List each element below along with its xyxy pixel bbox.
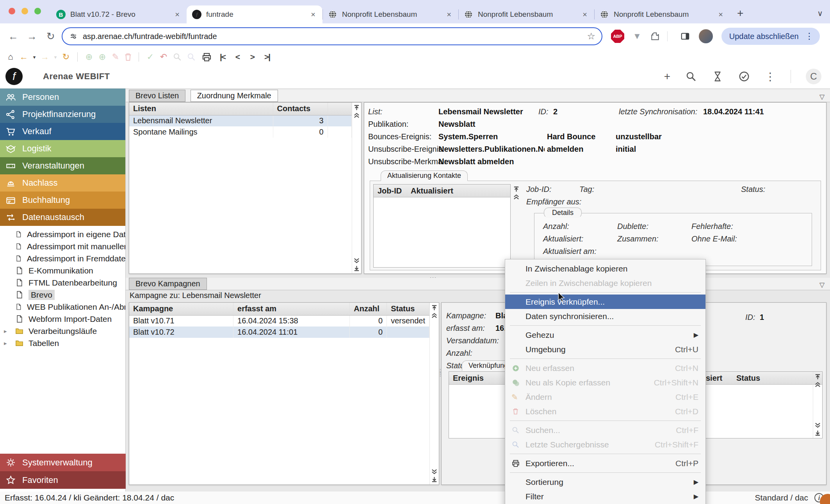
status-cell[interactable]: versendet — [387, 315, 429, 327]
address-bar[interactable]: asp.arenae.ch/funtrade-webift/funtrade ☆ — [62, 27, 602, 45]
menu-item-gehezu[interactable]: Gehezu ▶ — [505, 328, 705, 342]
previous-record-icon[interactable]: < — [231, 52, 244, 62]
sidebar-item-webform[interactable]: Webform Import-Daten — [0, 313, 125, 325]
menu-item-sortierung[interactable]: Sortierung ▶ — [505, 475, 705, 489]
table-row[interactable]: Spontane Mailings 0 — [129, 126, 352, 138]
app-reload-icon[interactable]: ↻ — [60, 52, 72, 62]
kebab-icon[interactable]: ⋮ — [765, 70, 776, 83]
site-settings-icon[interactable] — [69, 32, 78, 41]
column-header-jobid[interactable]: Job-ID — [374, 186, 411, 195]
column-header-aktualisiert-cut[interactable]: siert — [701, 374, 736, 383]
column-header-anzahl[interactable]: Anzahl — [350, 303, 387, 315]
menu-item-exportieren[interactable]: Exportieren... Ctrl+P — [505, 456, 705, 470]
extensions-puzzle-icon[interactable] — [650, 31, 660, 41]
column-header-ereignis[interactable]: Ereignis — [449, 374, 488, 383]
scroll-top-icon[interactable] — [353, 104, 360, 112]
print-icon[interactable] — [201, 52, 212, 62]
expand-triangle-icon[interactable]: ▸ — [4, 340, 10, 347]
close-tab-icon[interactable]: × — [581, 10, 589, 19]
details-group-tab[interactable]: Details — [544, 208, 582, 218]
sidebar-folder-verarbeitungslaeufe[interactable]: ▸ Verarbeitungsläufe — [0, 325, 125, 337]
vertical-splitter[interactable]: ⋮⋮ — [438, 369, 441, 385]
extension-v-icon[interactable]: ▼ — [633, 31, 641, 41]
menu-item-filter[interactable]: Filter ▶ — [505, 489, 705, 504]
browser-tab-active[interactable]: f funtrade × — [187, 5, 322, 23]
close-tab-icon[interactable]: × — [309, 10, 317, 19]
table-row-selected[interactable]: Blatt v10.72 16.04.2024 11:01 0 — [129, 327, 429, 338]
side-panel-icon[interactable] — [680, 31, 690, 41]
adblock-extension-icon[interactable]: ABP — [611, 30, 624, 43]
browser-tab[interactable]: B Blatt v10.72 - Brevo × — [51, 5, 187, 23]
sidebar-item-logistik[interactable]: Logistik — [0, 140, 125, 157]
column-header-status[interactable]: Status — [387, 303, 429, 315]
panel-menu-chevron-icon[interactable]: ▽ — [819, 93, 825, 101]
scroll-pageup-icon[interactable] — [513, 193, 520, 201]
scroll-pageup-icon[interactable] — [353, 112, 360, 119]
back-icon[interactable]: ← — [5, 30, 21, 43]
anzahl-cell[interactable]: 0 — [350, 327, 387, 338]
scroll-pagedown-icon[interactable] — [814, 422, 821, 429]
menu-item-umgebung[interactable]: Umgebung Ctrl+U — [505, 342, 705, 357]
sidebar-item-nachlass[interactable]: Nachlass — [0, 174, 125, 192]
expand-triangle-icon[interactable]: ▸ — [4, 328, 10, 335]
hourglass-icon[interactable] — [712, 71, 723, 82]
kampagne-cell[interactable]: Blatt v10.71 — [129, 315, 233, 327]
status-cell[interactable] — [387, 327, 429, 338]
browser-tab[interactable]: Nonprofit Lebensbaum × — [458, 5, 594, 23]
sidebar-item-systemverwaltung[interactable]: Systemverwaltung — [0, 454, 126, 471]
column-header-contacts[interactable]: Contacts — [273, 103, 328, 115]
sidebar-item-ftml[interactable]: FTML Datenbearbeitung — [0, 277, 125, 289]
minimize-window-button[interactable] — [21, 8, 28, 14]
contacts-cell[interactable]: 0 — [273, 126, 328, 138]
sidebar-item-favoriten[interactable]: Favoriten — [0, 471, 126, 489]
reload-icon[interactable]: ↻ — [43, 30, 59, 43]
sidebar-item-adressimport-manuell[interactable]: Adressimport mit manueller Zuor — [0, 240, 125, 252]
column-header-aktualisiert[interactable]: Aktualisiert — [411, 186, 453, 195]
column-header-status[interactable]: Status — [736, 374, 760, 383]
menu-item-ereignis-verknuepfen[interactable]: Ereignis verknüpfen... — [505, 295, 705, 309]
scroll-top-icon[interactable] — [431, 304, 438, 312]
sidebar-item-veranstaltungen[interactable]: Veranstaltungen — [0, 157, 125, 174]
column-header-erfasst-am[interactable]: erfasst am — [233, 303, 350, 315]
list-name-cell[interactable]: Lebensmail Newsletter — [129, 115, 273, 126]
horizontal-splitter[interactable]: ⋯ — [129, 275, 827, 277]
url-text[interactable]: asp.arenae.ch/funtrade-webift/funtrade — [83, 32, 582, 41]
sidebar-item-buchhaltung[interactable]: Buchhaltung — [0, 192, 125, 209]
sidebar-item-datenaustausch[interactable]: Datenaustausch — [0, 209, 125, 226]
menu-item-zwischenablage[interactable]: In Zwischenablage kopieren — [505, 261, 705, 276]
sidebar-item-personen[interactable]: Personen — [0, 89, 125, 106]
column-header-listen[interactable]: Listen — [129, 103, 273, 115]
kampagne-cell[interactable]: Blatt v10.72 — [129, 327, 233, 338]
scroll-pagedown-icon[interactable] — [431, 468, 438, 476]
erfasst-am-cell[interactable]: 16.04.2024 15:38 — [233, 315, 350, 327]
sidebar-item-projektfinanzierung[interactable]: Projektfinanzierung — [0, 106, 125, 123]
tab-brevo-listen[interactable]: Brevo Listen — [129, 90, 185, 102]
app-back-icon[interactable]: ← — [18, 52, 30, 62]
close-window-button[interactable] — [9, 8, 15, 14]
aktualisierung-group-tab[interactable]: Aktualisierung Kontakte — [381, 170, 468, 181]
close-tab-icon[interactable]: × — [445, 10, 453, 19]
tab-search-chevron-icon[interactable]: ∨ — [817, 9, 823, 18]
check-circle-icon[interactable] — [738, 71, 750, 82]
close-tab-icon[interactable]: × — [717, 10, 725, 19]
add-icon[interactable]: + — [664, 70, 670, 83]
scroll-bottom-icon[interactable] — [431, 476, 438, 483]
list-name-cell[interactable]: Spontane Mailings — [129, 126, 273, 138]
user-avatar[interactable]: C — [806, 69, 821, 84]
first-record-icon[interactable]: |< — [216, 52, 229, 62]
home-icon[interactable]: ⌂ — [5, 52, 16, 62]
table-row[interactable]: Blatt v10.71 16.04.2024 15:38 0 versende… — [129, 315, 429, 327]
sidebar-item-brevo[interactable]: Brevo — [0, 289, 125, 301]
next-record-icon[interactable]: > — [246, 52, 259, 62]
new-tab-button[interactable]: + — [737, 7, 743, 20]
scroll-top-icon[interactable] — [814, 373, 821, 381]
back-dropdown-icon[interactable]: ▾ — [31, 54, 37, 60]
scroll-top-icon[interactable] — [513, 186, 520, 193]
sidebar-item-web-publikationen[interactable]: WEB Publikationen An-/Abmelde — [0, 301, 125, 313]
forward-icon[interactable]: → — [24, 30, 40, 43]
browser-tab[interactable]: Nonprofit Lebensbaum × — [594, 5, 730, 23]
scroll-pageup-icon[interactable] — [814, 381, 821, 388]
browser-menu-kebab-icon[interactable]: ⋮ — [803, 31, 816, 41]
tab-brevo-kampagnen[interactable]: Brevo Kampagnen — [129, 278, 207, 290]
chrome-update-button[interactable]: Update abschließen ⋮ — [721, 28, 820, 45]
